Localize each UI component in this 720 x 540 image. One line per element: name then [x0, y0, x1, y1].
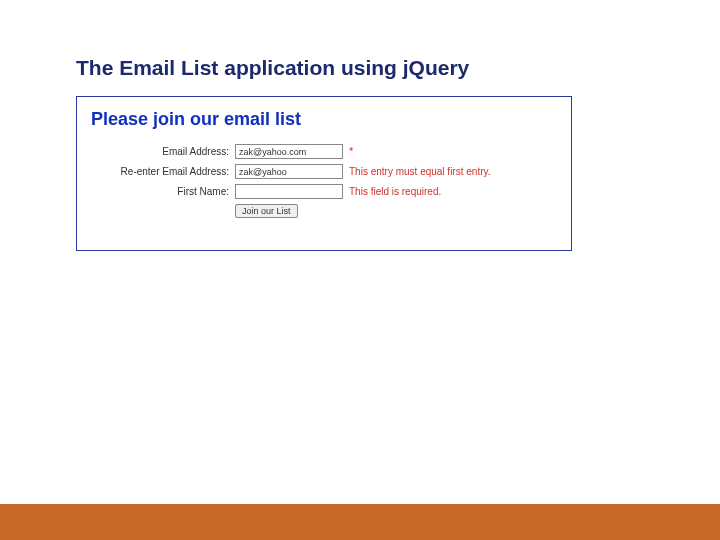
label-first-name: First Name:	[91, 186, 235, 198]
row-submit: Join our List	[91, 204, 557, 218]
label-email-confirm: Re-enter Email Address:	[91, 166, 235, 178]
row-first-name: First Name: This field is required.	[91, 184, 557, 199]
first-name-field[interactable]	[235, 184, 343, 199]
email-list-panel: Please join our email list Email Address…	[76, 96, 572, 251]
email-confirm-field[interactable]	[235, 164, 343, 179]
panel-heading: Please join our email list	[91, 109, 557, 130]
slide: The Email List application using jQuery …	[0, 0, 720, 540]
label-email: Email Address:	[91, 146, 235, 158]
row-email: Email Address: *	[91, 144, 557, 159]
footer-bar	[0, 504, 720, 540]
join-list-button[interactable]: Join our List	[235, 204, 298, 218]
row-email-confirm: Re-enter Email Address: This entry must …	[91, 164, 557, 179]
slide-title: The Email List application using jQuery	[76, 56, 469, 80]
error-email-confirm: This entry must equal first entry.	[349, 166, 557, 178]
error-first-name: This field is required.	[349, 186, 557, 198]
asterisk-icon: *	[349, 145, 357, 158]
email-field[interactable]	[235, 144, 343, 159]
